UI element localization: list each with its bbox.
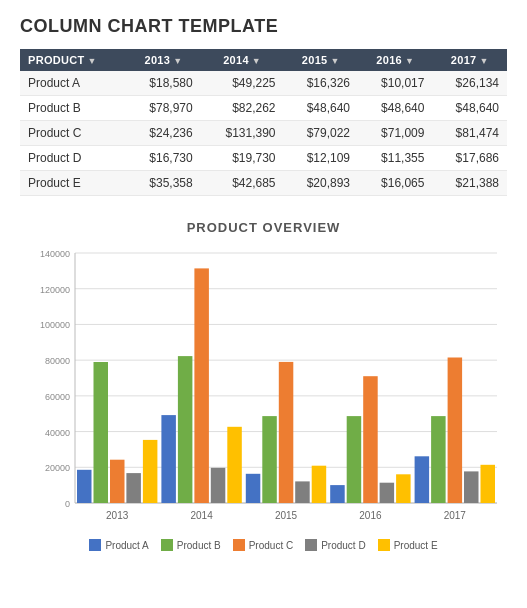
value-cell: $81,474 (432, 121, 507, 146)
bar (143, 440, 158, 503)
bar (194, 268, 209, 503)
page-title: COLUMN CHART TEMPLATE (20, 16, 507, 37)
value-cell: $26,134 (432, 71, 507, 96)
filter-icon[interactable]: ▼ (405, 56, 414, 66)
bar (415, 456, 430, 503)
table-row: Product A$18,580$49,225$16,326$10,017$26… (20, 71, 507, 96)
product-name-cell: Product A (20, 71, 126, 96)
value-cell: $48,640 (358, 96, 432, 121)
bar (396, 474, 411, 503)
bar (77, 470, 92, 503)
bar (262, 416, 277, 503)
value-cell: $11,355 (358, 146, 432, 171)
value-cell: $82,262 (201, 96, 284, 121)
legend-color-box (378, 539, 390, 551)
data-table: PRODUCT ▼2013 ▼2014 ▼2015 ▼2016 ▼2017 ▼ … (20, 49, 507, 196)
value-cell: $21,388 (432, 171, 507, 196)
value-cell: $16,326 (284, 71, 358, 96)
value-cell: $42,685 (201, 171, 284, 196)
table-row: Product C$24,236$131,390$79,022$71,009$8… (20, 121, 507, 146)
chart-title: PRODUCT OVERVIEW (20, 220, 507, 235)
value-cell: $48,640 (284, 96, 358, 121)
value-cell: $71,009 (358, 121, 432, 146)
table-header-2016: 2016 ▼ (358, 49, 432, 71)
value-cell: $12,109 (284, 146, 358, 171)
chart-legend: Product AProduct BProduct CProduct DProd… (20, 539, 507, 551)
table-header-2015: 2015 ▼ (284, 49, 358, 71)
product-name-cell: Product C (20, 121, 126, 146)
value-cell: $18,580 (126, 71, 200, 96)
bar (312, 466, 327, 503)
product-name-cell: Product E (20, 171, 126, 196)
chart-section: PRODUCT OVERVIEW 02000040000600008000010… (20, 220, 507, 551)
legend-color-box (233, 539, 245, 551)
bar (246, 474, 260, 503)
y-axis-label: 120000 (40, 285, 70, 295)
value-cell: $20,893 (284, 171, 358, 196)
chart-container: 0200004000060000800001000001200001400002… (20, 243, 507, 533)
bar (295, 481, 310, 503)
filter-icon[interactable]: ▼ (88, 56, 97, 66)
bar (110, 460, 125, 503)
filter-icon[interactable]: ▼ (252, 56, 261, 66)
filter-icon[interactable]: ▼ (479, 56, 488, 66)
y-axis-label: 140000 (40, 249, 70, 259)
value-cell: $79,022 (284, 121, 358, 146)
bar (380, 483, 395, 503)
legend-label: Product E (394, 540, 438, 551)
y-axis-label: 80000 (45, 356, 70, 366)
bar (94, 362, 109, 503)
x-axis-label: 2013 (106, 510, 129, 521)
value-cell: $49,225 (201, 71, 284, 96)
bar (330, 485, 345, 503)
bar (431, 416, 446, 503)
bar (161, 415, 176, 503)
x-axis-label: 2015 (275, 510, 298, 521)
y-axis-label: 0 (65, 499, 70, 509)
table-row: Product E$35,358$42,685$20,893$16,065$21… (20, 171, 507, 196)
y-axis-label: 100000 (40, 320, 70, 330)
legend-color-box (161, 539, 173, 551)
x-axis-label: 2017 (444, 510, 467, 521)
legend-label: Product D (321, 540, 365, 551)
value-cell: $10,017 (358, 71, 432, 96)
product-name-cell: Product D (20, 146, 126, 171)
legend-label: Product B (177, 540, 221, 551)
x-axis-label: 2016 (359, 510, 382, 521)
legend-label: Product A (105, 540, 148, 551)
y-axis-label: 60000 (45, 392, 70, 402)
legend-item: Product A (89, 539, 148, 551)
legend-item: Product B (161, 539, 221, 551)
value-cell: $48,640 (432, 96, 507, 121)
bar (178, 356, 193, 503)
bar-chart-svg: 0200004000060000800001000001200001400002… (20, 243, 507, 533)
value-cell: $78,970 (126, 96, 200, 121)
filter-icon[interactable]: ▼ (173, 56, 182, 66)
bar (227, 427, 242, 503)
legend-color-box (89, 539, 101, 551)
value-cell: $16,730 (126, 146, 200, 171)
value-cell: $17,686 (432, 146, 507, 171)
value-cell: $131,390 (201, 121, 284, 146)
x-axis-label: 2014 (190, 510, 213, 521)
legend-color-box (305, 539, 317, 551)
bar (279, 362, 294, 503)
table-header-2017: 2017 ▼ (432, 49, 507, 71)
table-header-2013: 2013 ▼ (126, 49, 200, 71)
legend-item: Product C (233, 539, 293, 551)
bar (211, 468, 226, 503)
bar (347, 416, 362, 503)
legend-label: Product C (249, 540, 293, 551)
y-axis-label: 20000 (45, 463, 70, 473)
filter-icon[interactable]: ▼ (331, 56, 340, 66)
value-cell: $19,730 (201, 146, 284, 171)
y-axis-label: 40000 (45, 428, 70, 438)
legend-item: Product D (305, 539, 365, 551)
table-row: Product B$78,970$82,262$48,640$48,640$48… (20, 96, 507, 121)
value-cell: $35,358 (126, 171, 200, 196)
product-name-cell: Product B (20, 96, 126, 121)
bar (481, 465, 496, 503)
bar (363, 376, 378, 503)
table-row: Product D$16,730$19,730$12,109$11,355$17… (20, 146, 507, 171)
value-cell: $24,236 (126, 121, 200, 146)
